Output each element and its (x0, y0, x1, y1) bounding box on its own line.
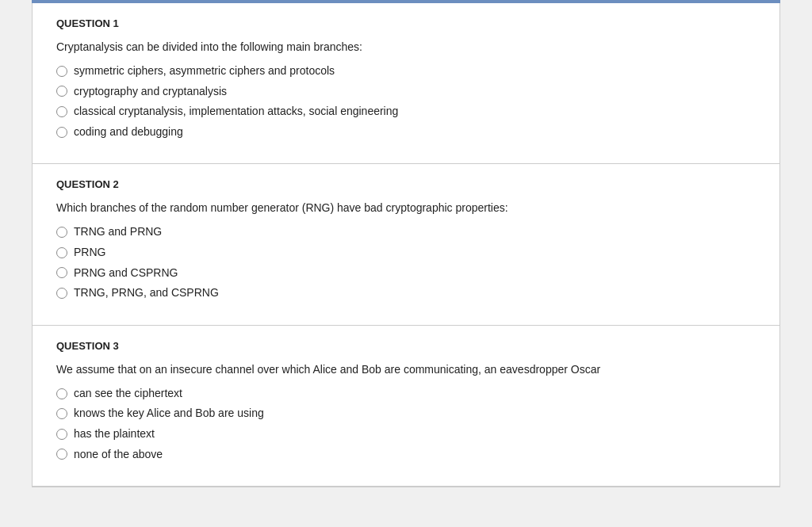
option-list-3: can see the ciphertextknows the key Alic… (56, 386, 756, 462)
list-item: coding and debugging (56, 124, 756, 140)
radio-q2-opt1[interactable] (56, 227, 67, 238)
option-label-q2-4: TRNG, PRNG, and CSPRNG (74, 285, 219, 301)
question-text-2: Which branches of the random number gene… (56, 200, 756, 216)
radio-q3-opt2[interactable] (56, 408, 67, 419)
list-item: PRNG and CSPRNG (56, 265, 756, 281)
list-item: can see the ciphertext (56, 386, 756, 402)
radio-q2-opt2[interactable] (56, 247, 67, 258)
list-item: none of the above (56, 447, 756, 463)
option-label-q2-1: TRNG and PRNG (74, 224, 162, 240)
option-label-q3-4: none of the above (74, 447, 163, 463)
question-label-1: QUESTION 1 (56, 17, 756, 29)
radio-q1-opt2[interactable] (56, 86, 67, 97)
option-list-1: symmetric ciphers, asymmetric ciphers an… (56, 63, 756, 139)
list-item: has the plaintext (56, 426, 756, 442)
question-text-1: Cryptanalysis can be divided into the fo… (56, 39, 756, 55)
radio-q1-opt4[interactable] (56, 127, 67, 138)
list-item: cryptography and cryptanalysis (56, 84, 756, 100)
list-item: symmetric ciphers, asymmetric ciphers an… (56, 63, 756, 79)
option-label-q2-3: PRNG and CSPRNG (74, 265, 178, 281)
radio-q3-opt1[interactable] (56, 388, 67, 399)
option-label-q1-3: classical cryptanalysis, implementation … (74, 104, 398, 120)
question-label-3: QUESTION 3 (56, 340, 756, 352)
question-block-3: QUESTION 3We assume that on an insecure … (33, 326, 779, 487)
option-label-q3-3: has the plaintext (74, 426, 155, 442)
option-label-q2-2: PRNG (74, 245, 105, 261)
radio-q2-opt4[interactable] (56, 288, 67, 299)
list-item: PRNG (56, 245, 756, 261)
option-label-q1-2: cryptography and cryptanalysis (74, 84, 227, 100)
question-label-2: QUESTION 2 (56, 178, 756, 190)
option-label-q3-2: knows the key Alice and Bob are using (74, 406, 264, 422)
list-item: TRNG, PRNG, and CSPRNG (56, 285, 756, 301)
list-item: TRNG and PRNG (56, 224, 756, 240)
radio-q2-opt3[interactable] (56, 267, 67, 278)
radio-q3-opt4[interactable] (56, 449, 67, 460)
option-label-q3-1: can see the ciphertext (74, 386, 182, 402)
radio-q1-opt3[interactable] (56, 106, 67, 117)
option-label-q1-4: coding and debugging (74, 124, 183, 140)
option-label-q1-1: symmetric ciphers, asymmetric ciphers an… (74, 63, 335, 79)
question-text-3: We assume that on an insecure channel ov… (56, 361, 756, 378)
radio-q1-opt1[interactable] (56, 66, 67, 77)
question-block-1: QUESTION 1Cryptanalysis can be divided i… (33, 3, 779, 164)
page-container: QUESTION 1Cryptanalysis can be divided i… (0, 0, 812, 527)
content-area: QUESTION 1Cryptanalysis can be divided i… (32, 3, 780, 487)
question-block-2: QUESTION 2Which branches of the random n… (33, 164, 779, 325)
list-item: knows the key Alice and Bob are using (56, 406, 756, 422)
radio-q3-opt3[interactable] (56, 429, 67, 440)
option-list-2: TRNG and PRNGPRNGPRNG and CSPRNGTRNG, PR… (56, 224, 756, 300)
list-item: classical cryptanalysis, implementation … (56, 104, 756, 120)
